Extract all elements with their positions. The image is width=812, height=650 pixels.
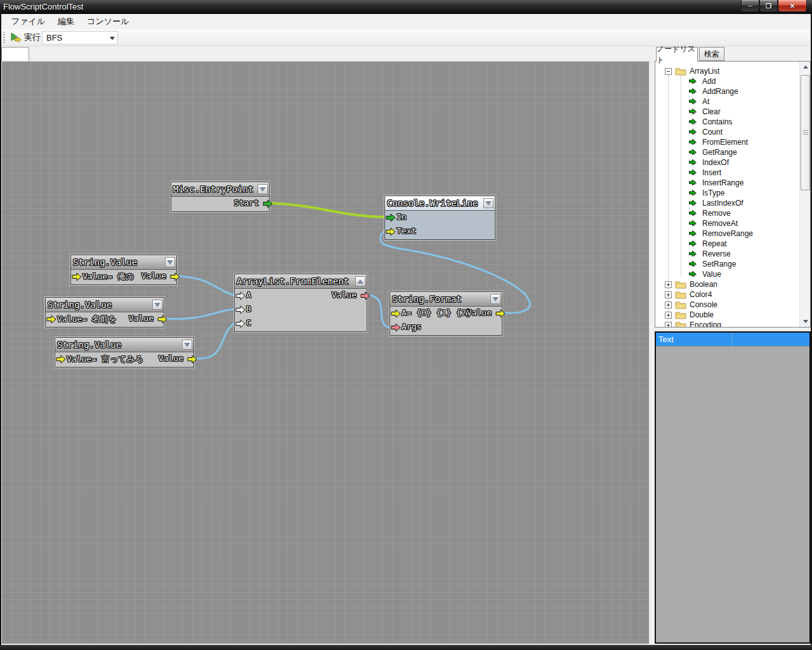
port-arrow-icon[interactable]: [157, 315, 167, 324]
port-arrow-icon[interactable]: [391, 323, 401, 332]
menu-file[interactable]: ファイル: [5, 14, 51, 29]
port-arrow-icon[interactable]: [263, 199, 273, 208]
wire-fromelement-value-to-format-args[interactable]: [370, 295, 390, 328]
output-port[interactable]: [495, 309, 506, 318]
input-port[interactable]: [391, 323, 401, 332]
traversal-mode-select[interactable]: BFS: [42, 31, 118, 44]
run-button[interactable]: 実行: [8, 30, 43, 44]
tree-folder-boolean[interactable]: Boolean: [655, 279, 799, 289]
tree-folder-encoding[interactable]: Encoding: [655, 320, 799, 327]
node-collapse-button[interactable]: [483, 198, 494, 208]
collapse-box-icon[interactable]: [665, 68, 672, 75]
node-title-bar[interactable]: Console.WriteLine: [385, 196, 495, 211]
title-bar[interactable]: FlowScriptControlTest ─ ❐ ✕: [0, 0, 812, 14]
port-arrow-icon[interactable]: [495, 309, 506, 318]
expand-box-icon[interactable]: [665, 322, 672, 327]
node-misc-entrypoint[interactable]: Misc.EntryPointStart: [171, 182, 270, 212]
port-arrow-icon[interactable]: [170, 272, 180, 281]
wire-entrypoint-start-to-writeline-in[interactable]: [270, 203, 384, 217]
tree-scrollbar[interactable]: [799, 62, 810, 327]
tree-item-removerange[interactable]: RemoveRange: [655, 229, 799, 239]
node-title-bar[interactable]: String.Value: [55, 338, 193, 352]
tab-node-list[interactable]: ノードリスト: [656, 47, 698, 62]
port-arrow-icon[interactable]: [386, 213, 396, 222]
port-arrow-icon[interactable]: [187, 355, 197, 364]
port-arrow-icon[interactable]: [391, 309, 401, 318]
node-collapse-button[interactable]: [490, 294, 501, 304]
tree-item-count[interactable]: Count: [655, 127, 799, 137]
input-port[interactable]: [235, 305, 246, 314]
wire-value3-to-fromelement-c[interactable]: [197, 324, 234, 359]
output-port[interactable]: [157, 315, 167, 324]
tree-item-repeat[interactable]: Repeat: [655, 239, 799, 249]
expand-box-icon[interactable]: [665, 281, 672, 288]
expand-box-icon[interactable]: [665, 312, 672, 319]
tree-item-insert[interactable]: Insert: [655, 168, 799, 178]
port-arrow-icon[interactable]: [56, 355, 66, 364]
node-string-value-2[interactable]: String.ValueValue= 名前をValue: [45, 297, 164, 328]
minimize-button[interactable]: ─: [741, 0, 759, 12]
node-string-format[interactable]: String.FormatA= {0} {1} {2}ValueArgs: [390, 291, 502, 336]
canvas-tab[interactable]: [1, 47, 29, 61]
node-collapse-button[interactable]: [355, 276, 365, 286]
port-arrow-icon[interactable]: [360, 291, 370, 300]
property-grid-divider[interactable]: [731, 333, 732, 347]
node-console-writeline[interactable]: Console.WriteLineInText: [384, 196, 495, 240]
port-arrow-icon[interactable]: [46, 315, 56, 324]
tree-folder-arraylist[interactable]: ArrayList: [655, 66, 799, 76]
port-arrow-icon[interactable]: [72, 272, 82, 281]
wire-value2-to-fromelement-b[interactable]: [167, 309, 234, 319]
output-port[interactable]: [170, 272, 180, 281]
tree-folder-console[interactable]: Console: [655, 300, 799, 310]
tree-item-indexof[interactable]: IndexOf: [655, 157, 799, 168]
node-collapse-button[interactable]: [182, 340, 192, 350]
scroll-down-button[interactable]: [800, 316, 811, 327]
tree-item-fromelement[interactable]: FromElement: [655, 137, 799, 147]
node-string-value-1[interactable]: String.ValueValue= 俺のValue: [70, 255, 177, 285]
node-arraylist-fromelement[interactable]: ArrayList.FromElementAValueBC: [234, 274, 367, 332]
output-port[interactable]: [360, 291, 370, 300]
node-string-value-3[interactable]: String.ValueValue= 言ってみろValue: [55, 337, 194, 368]
node-collapse-button[interactable]: [258, 184, 268, 194]
menu-console[interactable]: コンソール: [81, 14, 135, 29]
tree-item-getrange[interactable]: GetRange: [655, 147, 799, 157]
node-title-bar[interactable]: ArrayList.FromElement: [235, 274, 367, 289]
output-port[interactable]: [187, 355, 197, 364]
tree-item-add[interactable]: Add: [655, 76, 799, 86]
tree-folder-double[interactable]: Double: [655, 310, 799, 320]
input-port[interactable]: [235, 291, 246, 300]
tree-item-insertrange[interactable]: InsertRange: [655, 178, 799, 188]
tree-item-value[interactable]: Value: [655, 269, 799, 279]
input-port[interactable]: [56, 355, 66, 364]
tree-item-remove[interactable]: Remove: [655, 208, 799, 218]
port-arrow-icon[interactable]: [386, 227, 396, 236]
input-port[interactable]: [391, 309, 401, 318]
input-port[interactable]: [386, 213, 396, 222]
menu-edit[interactable]: 編集: [51, 14, 81, 29]
tree-item-addrange[interactable]: AddRange: [655, 86, 799, 96]
output-port[interactable]: [263, 199, 273, 208]
port-arrow-icon[interactable]: [235, 291, 246, 300]
port-arrow-icon[interactable]: [235, 319, 246, 328]
tree-item-clear[interactable]: Clear: [655, 107, 799, 117]
input-port[interactable]: [386, 227, 396, 236]
input-port[interactable]: [46, 315, 56, 324]
node-collapse-button[interactable]: [152, 300, 162, 310]
tree-item-contains[interactable]: Contains: [655, 117, 799, 127]
node-title-bar[interactable]: Misc.EntryPoint: [171, 182, 269, 197]
node-collapse-button[interactable]: [165, 257, 175, 267]
expand-box-icon[interactable]: [665, 291, 672, 298]
tree-item-setrange[interactable]: SetRange: [655, 259, 799, 269]
close-button[interactable]: ✕: [778, 0, 807, 12]
tree-item-istype[interactable]: IsType: [655, 188, 799, 198]
input-port[interactable]: [235, 319, 246, 328]
maximize-button[interactable]: ❐: [759, 0, 778, 12]
node-title-bar[interactable]: String.Value: [46, 298, 164, 312]
flow-canvas[interactable]: Misc.EntryPointStartConsole.WriteLineInT…: [1, 61, 650, 644]
tree-item-reverse[interactable]: Reverse: [655, 249, 799, 259]
expand-box-icon[interactable]: [665, 302, 672, 308]
node-title-bar[interactable]: String.Value: [71, 255, 176, 270]
port-arrow-icon[interactable]: [235, 305, 246, 314]
tree-item-removeat[interactable]: RemoveAt: [655, 218, 799, 229]
toolbar-grip[interactable]: [3, 32, 5, 43]
